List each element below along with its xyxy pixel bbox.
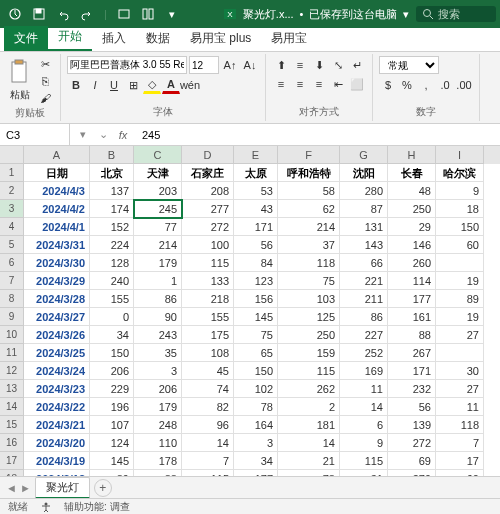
data-cell[interactable]: 277 (182, 200, 234, 218)
date-cell[interactable]: 2024/3/28 (24, 290, 90, 308)
data-cell[interactable]: 169 (340, 362, 388, 380)
data-cell[interactable]: 11 (436, 398, 484, 416)
data-cell[interactable]: 30 (436, 362, 484, 380)
indent-dec-icon[interactable]: ⇤ (329, 75, 347, 93)
data-cell[interactable]: 164 (234, 416, 278, 434)
data-cell[interactable]: 208 (182, 182, 234, 200)
data-cell[interactable]: 66 (340, 254, 388, 272)
row-header[interactable]: 9 (0, 308, 24, 326)
menu-eyb[interactable]: 易用宝 (261, 26, 317, 51)
data-cell[interactable]: 250 (388, 200, 436, 218)
data-cell[interactable]: 227 (340, 326, 388, 344)
row-header[interactable]: 5 (0, 236, 24, 254)
header-cell[interactable]: 石家庄 (182, 164, 234, 182)
data-cell[interactable]: 65 (234, 344, 278, 362)
data-cell[interactable]: 181 (278, 416, 340, 434)
cancel-formula-icon[interactable]: ▾ (74, 126, 92, 144)
name-box[interactable] (0, 124, 70, 145)
date-cell[interactable]: 2024/3/24 (24, 362, 90, 380)
col-header[interactable]: B (90, 146, 134, 164)
row-header[interactable]: 8 (0, 290, 24, 308)
date-cell[interactable]: 2024/3/26 (24, 326, 90, 344)
data-cell[interactable]: 145 (90, 452, 134, 470)
col-header[interactable]: F (278, 146, 340, 164)
header-cell[interactable]: 北京 (90, 164, 134, 182)
data-cell[interactable]: 48 (388, 182, 436, 200)
data-cell[interactable]: 155 (182, 308, 234, 326)
data-cell[interactable]: 37 (278, 236, 340, 254)
menu-insert[interactable]: 插入 (92, 26, 136, 51)
data-cell[interactable]: 14 (182, 434, 234, 452)
sheet-tab[interactable]: 聚光灯 (35, 477, 90, 499)
menu-home[interactable]: 开始 (48, 24, 92, 51)
search-input[interactable] (438, 8, 488, 20)
fx-icon[interactable]: fx (114, 126, 132, 144)
data-cell[interactable]: 34 (234, 452, 278, 470)
data-cell[interactable]: 88 (388, 326, 436, 344)
data-cell[interactable]: 3 (134, 362, 182, 380)
col-header[interactable]: D (182, 146, 234, 164)
data-cell[interactable]: 206 (90, 362, 134, 380)
data-cell[interactable]: 159 (278, 344, 340, 362)
data-cell[interactable]: 17 (436, 452, 484, 470)
increase-font-icon[interactable]: A↑ (221, 56, 239, 74)
data-cell[interactable]: 128 (90, 254, 134, 272)
align-top-icon[interactable]: ⬆ (272, 56, 290, 74)
data-cell[interactable]: 214 (278, 218, 340, 236)
bold-button[interactable]: B (67, 76, 85, 94)
data-cell[interactable]: 133 (182, 272, 234, 290)
date-cell[interactable]: 2024/3/31 (24, 236, 90, 254)
date-cell[interactable]: 2024/4/1 (24, 218, 90, 236)
data-cell[interactable]: 232 (388, 380, 436, 398)
increase-decimal-icon[interactable]: .0 (436, 76, 454, 94)
data-cell[interactable]: 2 (278, 398, 340, 416)
percent-icon[interactable]: % (398, 76, 416, 94)
data-cell[interactable]: 84 (234, 254, 278, 272)
data-cell[interactable]: 14 (340, 398, 388, 416)
align-center-icon[interactable]: ≡ (291, 75, 309, 93)
align-right-icon[interactable]: ≡ (310, 75, 328, 93)
data-cell[interactable]: 100 (182, 236, 234, 254)
data-cell[interactable]: 86 (134, 290, 182, 308)
data-cell[interactable]: 262 (278, 380, 340, 398)
header-cell[interactable]: 长春 (388, 164, 436, 182)
decrease-decimal-icon[interactable]: .00 (455, 76, 473, 94)
col-header[interactable]: I (436, 146, 484, 164)
align-bottom-icon[interactable]: ⬇ (310, 56, 328, 74)
fill-color-button[interactable]: ◇ (143, 76, 161, 94)
data-cell[interactable]: 218 (182, 290, 234, 308)
data-cell[interactable]: 143 (340, 236, 388, 254)
data-cell[interactable]: 125 (278, 308, 340, 326)
data-cell[interactable]: 177 (388, 290, 436, 308)
font-name-select[interactable] (67, 56, 187, 74)
menu-data[interactable]: 数据 (136, 26, 180, 51)
formula-input[interactable] (136, 127, 500, 143)
data-cell[interactable]: 35 (134, 344, 182, 362)
qat-icon[interactable] (113, 3, 135, 25)
row-headers[interactable]: 123456789101112131415161718 (0, 164, 24, 482)
data-cell[interactable]: 139 (388, 416, 436, 434)
data-cell[interactable]: 114 (388, 272, 436, 290)
date-cell[interactable]: 2024/4/3 (24, 182, 90, 200)
phonetic-button[interactable]: wén (181, 76, 199, 94)
data-cell[interactable]: 108 (182, 344, 234, 362)
data-cell[interactable]: 53 (234, 182, 278, 200)
data-cell[interactable]: 29 (388, 218, 436, 236)
data-cell[interactable]: 272 (182, 218, 234, 236)
data-cell[interactable]: 27 (436, 380, 484, 398)
data-cell[interactable]: 224 (90, 236, 134, 254)
column-headers[interactable]: ABCDEFGHI (24, 146, 500, 164)
header-cell[interactable]: 呼和浩特 (278, 164, 340, 182)
data-cell[interactable]: 9 (436, 182, 484, 200)
data-cell[interactable]: 43 (234, 200, 278, 218)
data-cell[interactable]: 150 (436, 218, 484, 236)
row-header[interactable]: 7 (0, 272, 24, 290)
data-cell[interactable]: 27 (436, 326, 484, 344)
data-cell[interactable]: 243 (134, 326, 182, 344)
data-cell[interactable]: 115 (278, 362, 340, 380)
data-cell[interactable]: 45 (182, 362, 234, 380)
row-header[interactable]: 2 (0, 182, 24, 200)
row-header[interactable]: 14 (0, 398, 24, 416)
data-cell[interactable]: 77 (134, 218, 182, 236)
data-cell[interactable]: 171 (388, 362, 436, 380)
